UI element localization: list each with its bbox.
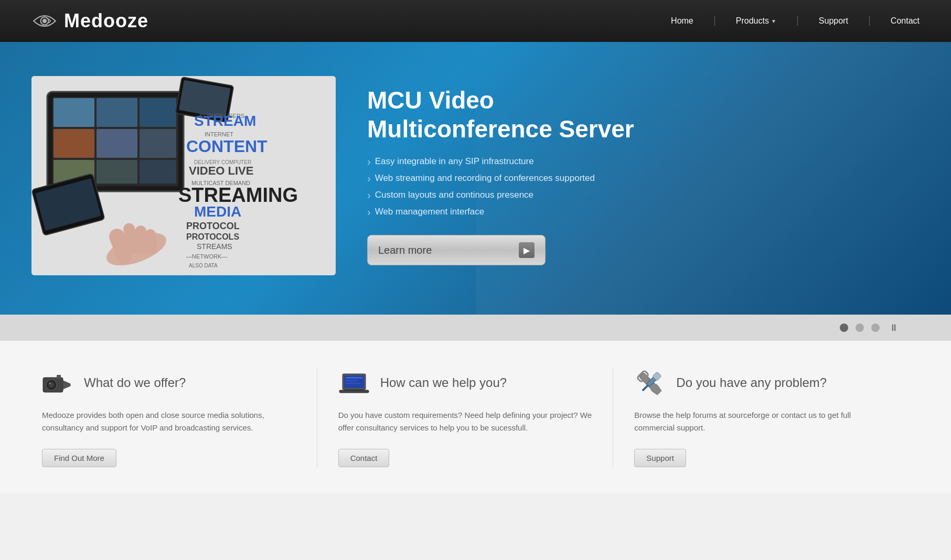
svg-text:CONTENT: CONTENT <box>186 137 268 156</box>
hero-feature-3: Custom layouts and continous presence <box>367 190 920 201</box>
camera-icon <box>42 367 73 399</box>
svg-point-41 <box>49 382 51 384</box>
nav-contact[interactable]: Contact <box>891 16 920 26</box>
slider-dot-2[interactable] <box>856 324 864 332</box>
learn-more-arrow-icon: ▶ <box>519 242 535 258</box>
svg-text:PROTOCOLS: PROTOCOLS <box>186 232 239 241</box>
feature-2-header: How can we help you? <box>338 367 592 399</box>
svg-text:STREAMS: STREAMS <box>197 242 232 251</box>
feature-col-3: Do you have any problem? Browse the help… <box>613 367 909 467</box>
logo-area: Medooze <box>31 10 148 32</box>
svg-rect-5 <box>54 98 94 127</box>
learn-more-button[interactable]: Learn more ▶ <box>367 235 546 265</box>
support-button[interactable]: Support <box>634 449 686 467</box>
hero-feature-1: Easy integrable in any SIP infrastructur… <box>367 156 920 168</box>
svg-rect-46 <box>346 377 362 379</box>
main-nav: Home Products ▼ Support Contact <box>671 16 920 26</box>
tools-icon <box>634 367 666 399</box>
svg-marker-42 <box>63 381 70 389</box>
hero-content: MCU VideoMulticonference Server Easy int… <box>367 86 920 265</box>
feature-col-2: How can we help you? Do you have custom … <box>317 367 614 467</box>
nav-divider-3 <box>869 16 870 26</box>
products-dropdown-icon: ▼ <box>771 18 776 24</box>
svg-rect-57 <box>642 384 649 391</box>
nav-products[interactable]: Products ▼ <box>736 16 776 26</box>
feature-col-1: What do we offer? Medooze provides both … <box>42 367 317 467</box>
nav-divider-1 <box>714 16 715 26</box>
feature-1-desc: Medooze provides both open and close sou… <box>42 409 296 434</box>
slider-pause-button[interactable]: ⏸ <box>889 322 899 333</box>
logo-text: Medooze <box>64 10 148 32</box>
feature-3-header: Do you have any problem? <box>634 367 888 399</box>
logo-icon <box>31 13 58 29</box>
nav-divider-2 <box>797 16 798 26</box>
hero-features: Easy integrable in any SIP infrastructur… <box>367 156 920 218</box>
svg-rect-10 <box>140 129 176 158</box>
feature-3-desc: Browse the help forums at sourceforge or… <box>634 409 888 434</box>
laptop-icon <box>338 367 370 399</box>
svg-rect-7 <box>140 98 176 127</box>
feature-1-title: What do we offer? <box>84 375 186 390</box>
hero-feature-2: Web streaming and recording of conferenc… <box>367 173 920 185</box>
svg-text:STREAM: STREAM <box>194 113 256 129</box>
feature-1-header: What do we offer? <box>42 367 296 399</box>
contact-button[interactable]: Contact <box>338 449 390 467</box>
find-out-more-button[interactable]: Find Out More <box>42 449 116 467</box>
svg-text:PROTOCOL: PROTOCOL <box>186 221 240 231</box>
hero-section: SERVER USERS STREAM INTERNET CONTENT DEL… <box>0 42 951 315</box>
hero-image: SERVER USERS STREAM INTERNET CONTENT DEL… <box>31 76 336 275</box>
slider-dot-1[interactable] <box>840 324 848 332</box>
svg-text:MEDIA: MEDIA <box>194 203 241 220</box>
svg-rect-47 <box>346 380 357 381</box>
svg-rect-43 <box>57 375 61 379</box>
slider-controls: ⏸ <box>0 315 951 341</box>
hero-image-placeholder: SERVER USERS STREAM INTERNET CONTENT DEL… <box>31 76 336 275</box>
nav-support[interactable]: Support <box>819 16 848 26</box>
svg-rect-13 <box>140 160 176 184</box>
svg-text:STREAMING: STREAMING <box>178 184 298 206</box>
hero-feature-4: Web management interface <box>367 207 920 218</box>
svg-point-1 <box>42 19 47 23</box>
hero-title: MCU VideoMulticonference Server <box>367 86 920 144</box>
svg-text:VIDEO LIVE: VIDEO LIVE <box>189 164 253 177</box>
svg-rect-48 <box>346 383 360 384</box>
svg-text:ALSO DATA: ALSO DATA <box>189 263 218 268</box>
site-header: Medooze Home Products ▼ Support Contact <box>0 0 951 42</box>
slider-dot-3[interactable] <box>871 324 880 332</box>
nav-home[interactable]: Home <box>671 16 693 26</box>
svg-rect-6 <box>97 98 137 127</box>
svg-rect-12 <box>97 160 137 184</box>
svg-rect-9 <box>97 129 137 158</box>
feature-3-title: Do you have any problem? <box>676 375 827 390</box>
features-section: What do we offer? Medooze provides both … <box>0 341 951 493</box>
feature-2-title: How can we help you? <box>380 375 507 390</box>
feature-2-desc: Do you have custom requirements? Need he… <box>338 409 592 434</box>
svg-text:—NETWORK—: —NETWORK— <box>186 253 227 260</box>
svg-rect-50 <box>344 390 365 391</box>
svg-rect-8 <box>54 129 94 158</box>
